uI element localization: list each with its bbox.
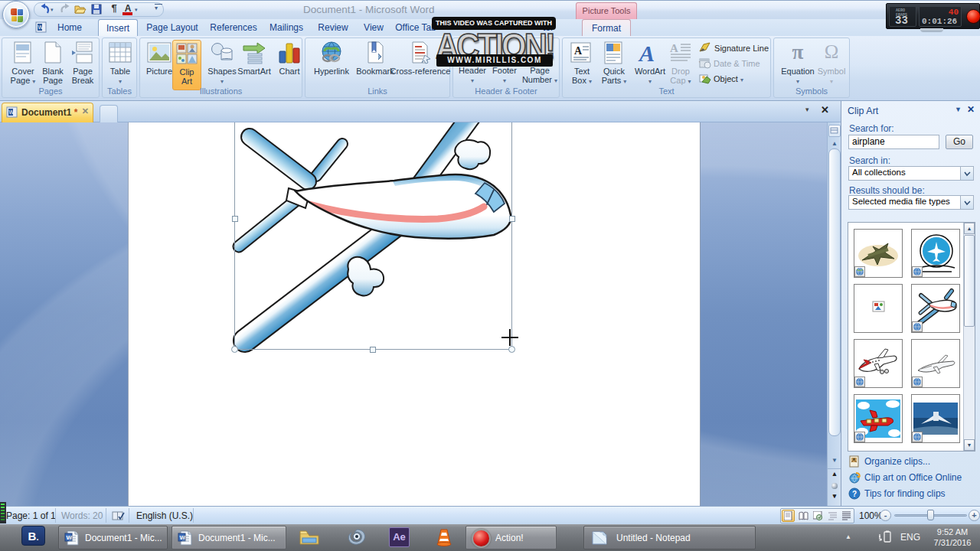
svg-text:W: W [180,534,186,541]
svg-text:W: W [38,24,44,30]
svg-text:A: A [638,41,655,64]
svg-text:?: ? [852,490,857,498]
svg-text:A: A [574,45,583,57]
svg-text:A: A [670,42,678,54]
svg-text:W: W [9,109,15,115]
svg-text:W: W [67,534,73,541]
